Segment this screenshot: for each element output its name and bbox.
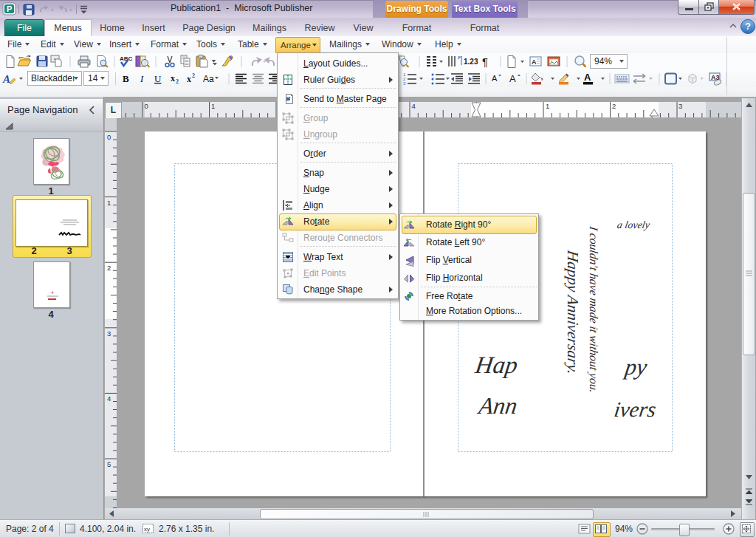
svg-text:4: 4 — [412, 102, 416, 110]
svg-text:U: U — [154, 73, 162, 84]
svg-text:4: 4 — [107, 394, 111, 403]
svg-text:1: 1 — [107, 199, 111, 207]
svg-text:P: P — [7, 4, 12, 13]
svg-text:x: x — [171, 73, 175, 83]
svg-text:2: 2 — [176, 78, 179, 85]
svg-text:2: 2 — [192, 72, 195, 79]
svg-text:3: 3 — [403, 81, 406, 86]
svg-text:1: 1 — [546, 102, 549, 110]
svg-text:2: 2 — [612, 102, 616, 110]
svg-text:1.23: 1.23 — [464, 58, 478, 66]
svg-text:xy: xy — [144, 526, 150, 533]
svg-text:A: A — [532, 58, 537, 66]
svg-text:1: 1 — [211, 102, 215, 110]
svg-text:Aa: Aa — [203, 74, 214, 84]
svg-text:2: 2 — [107, 264, 111, 272]
svg-text:0: 0 — [145, 102, 148, 110]
svg-text:A: A — [2, 73, 10, 85]
svg-text:x: x — [187, 74, 191, 84]
svg-text:¶: ¶ — [482, 55, 488, 68]
svg-text:0: 0 — [107, 133, 111, 141]
svg-text:A: A — [492, 74, 498, 83]
svg-text:I: I — [140, 73, 144, 84]
svg-text:B: B — [123, 73, 129, 84]
svg-text:5: 5 — [107, 460, 111, 468]
svg-text:3: 3 — [678, 102, 682, 110]
svg-text:A: A — [584, 72, 591, 83]
svg-text:A: A — [509, 73, 516, 84]
svg-text:3: 3 — [107, 329, 111, 338]
